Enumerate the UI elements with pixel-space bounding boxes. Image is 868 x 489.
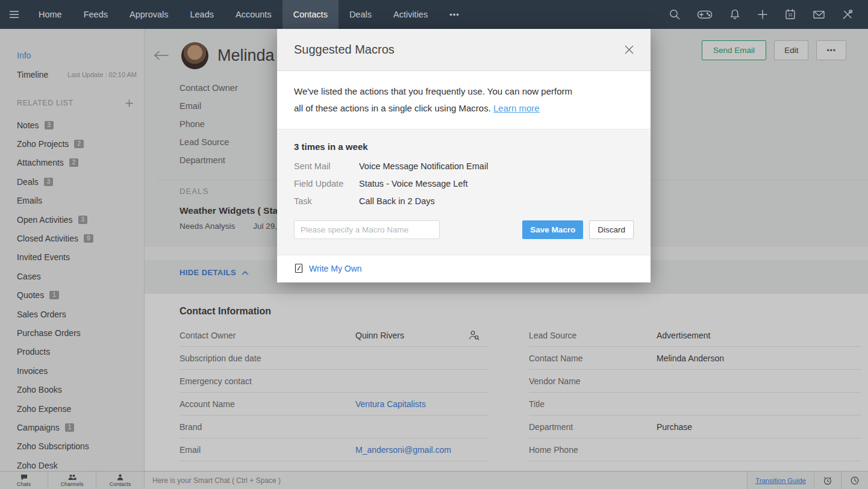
modal-footer: Write My Own: [277, 255, 651, 282]
discard-button[interactable]: Discard: [589, 220, 634, 239]
nav-item-activities[interactable]: Activities: [382, 0, 439, 29]
write-my-own-link[interactable]: Write My Own: [309, 264, 362, 273]
add-icon[interactable]: [757, 9, 768, 20]
nav-item-home[interactable]: Home: [28, 0, 73, 29]
modal-title: Suggested Macros: [294, 43, 395, 57]
learn-more-link[interactable]: Learn more: [493, 103, 540, 113]
games-icon[interactable]: [697, 9, 713, 20]
svg-text:31: 31: [788, 13, 793, 17]
modal-header: Suggested Macros: [277, 29, 651, 71]
macro-action-row: Field Update Status - Voice Message Left: [294, 179, 634, 188]
nav-item-approvals[interactable]: Approvals: [119, 0, 179, 29]
nav-item-contacts[interactable]: Contacts: [283, 0, 339, 29]
calendar-icon[interactable]: 31: [784, 8, 796, 20]
nav-more-ellipsis[interactable]: •••: [439, 10, 470, 19]
save-macro-button[interactable]: Save Macro: [522, 220, 583, 239]
nav-item-leads[interactable]: Leads: [179, 0, 225, 29]
macro-action-row: Task Call Back in 2 Days: [294, 196, 634, 206]
nav-item-feeds[interactable]: Feeds: [73, 0, 119, 29]
macro-summary-panel: 3 times in a week Sent Mail Voice Messag…: [277, 129, 651, 255]
setup-tools-icon[interactable]: [841, 8, 854, 20]
macro-frequency-heading: 3 times in a week: [294, 142, 634, 152]
nav-item-deals[interactable]: Deals: [339, 0, 382, 29]
top-navbar: Home Feeds Approvals Leads Accounts Cont…: [0, 0, 868, 29]
modal-description: We've listed the actions that you freque…: [277, 71, 651, 129]
search-icon[interactable]: [669, 8, 681, 20]
mail-icon[interactable]: [813, 8, 825, 20]
nav-item-accounts[interactable]: Accounts: [225, 0, 283, 29]
macro-action-row: Sent Mail Voice Message Notification Ema…: [294, 161, 634, 171]
suggested-macros-modal: Suggested Macros We've listed the action…: [277, 29, 651, 282]
macro-name-input[interactable]: [294, 220, 440, 239]
write-document-icon: [294, 263, 304, 273]
notifications-icon[interactable]: [729, 8, 741, 20]
hamburger-menu-icon[interactable]: [0, 11, 28, 18]
close-icon[interactable]: [625, 45, 634, 54]
